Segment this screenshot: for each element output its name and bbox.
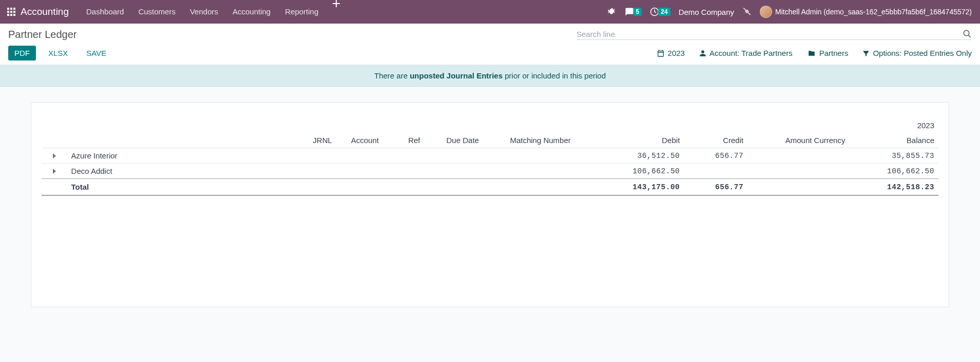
nav-item-reporting[interactable]: Reporting bbox=[278, 0, 325, 24]
total-row: Total 143,175.00 656.77 142,518.23 bbox=[42, 179, 938, 196]
partner-name: Azure Interior bbox=[67, 148, 309, 164]
nav-item-customers[interactable]: Customers bbox=[131, 0, 183, 24]
filter-account-label: Account: Trade Partners bbox=[709, 49, 793, 57]
filter-date[interactable]: 2023 bbox=[657, 49, 685, 57]
col-credit: Credit bbox=[684, 133, 747, 148]
partner-name: Deco Addict bbox=[67, 164, 309, 179]
page-title: Partner Ledger bbox=[8, 29, 76, 41]
filter-options[interactable]: Options: Posted Entries Only bbox=[862, 49, 972, 57]
banner-text-pre: There are bbox=[374, 71, 410, 80]
filter-date-label: 2023 bbox=[668, 49, 685, 57]
nav-item-vendors[interactable]: Vendors bbox=[183, 0, 225, 24]
avatar bbox=[760, 6, 772, 18]
messages-badge: 5 bbox=[633, 8, 642, 16]
total-label: Total bbox=[67, 179, 309, 196]
col-matching: Matching Number bbox=[506, 133, 607, 148]
filter-partners-label: Partners bbox=[819, 49, 849, 57]
expand-caret-icon[interactable] bbox=[53, 169, 56, 174]
banner-text-post: prior or included in this period bbox=[503, 71, 606, 80]
report-card: 2023 JRNL Account Ref Due Date Matching … bbox=[31, 102, 949, 307]
ledger-table: 2023 JRNL Account Ref Due Date Matching … bbox=[42, 118, 938, 196]
nav-item-accounting[interactable]: Accounting bbox=[225, 0, 278, 24]
cell-credit bbox=[684, 164, 747, 179]
filter-partners[interactable]: Partners bbox=[807, 49, 849, 57]
col-account: Account bbox=[347, 133, 405, 148]
debug-icon[interactable] bbox=[607, 7, 616, 16]
cell-debit: 36,512.50 bbox=[608, 148, 684, 164]
cell-debit: 106,662.50 bbox=[608, 164, 684, 179]
control-panel: Partner Ledger PDF XLSX SAVE 2023 Accoun… bbox=[0, 24, 980, 65]
save-button[interactable]: SAVE bbox=[80, 46, 112, 61]
col-balance: Balance bbox=[849, 133, 938, 148]
table-row[interactable]: Deco Addict 106,662.50 106,662.50 bbox=[42, 164, 938, 179]
total-amount-currency bbox=[747, 179, 849, 196]
app-brand[interactable]: Accounting bbox=[21, 6, 69, 17]
activities-icon[interactable]: 24 bbox=[650, 7, 670, 16]
col-jrnl: JRNL bbox=[309, 133, 347, 148]
total-credit: 656.77 bbox=[684, 179, 747, 196]
report-area: 2023 JRNL Account Ref Due Date Matching … bbox=[0, 87, 980, 323]
systray: 5 24 Demo Company Mitchell Admin (demo_s… bbox=[607, 6, 972, 18]
col-due-date: Due Date bbox=[443, 133, 506, 148]
pdf-button[interactable]: PDF bbox=[8, 46, 36, 61]
filter-options-label: Options: Posted Entries Only bbox=[873, 49, 972, 57]
cell-amount-currency bbox=[747, 148, 849, 164]
col-debit: Debit bbox=[608, 133, 684, 148]
banner-text-strong: unposted Journal Entries bbox=[410, 71, 503, 80]
filter-account[interactable]: Account: Trade Partners bbox=[699, 49, 793, 57]
tools-icon[interactable] bbox=[742, 7, 752, 16]
nav-item-dashboard[interactable]: Dashboard bbox=[79, 0, 131, 24]
user-menu[interactable]: Mitchell Admin (demo_saas-162_e5bbb7fa5b… bbox=[760, 6, 972, 18]
expand-caret-icon[interactable] bbox=[53, 153, 56, 158]
col-year: 2023 bbox=[849, 118, 938, 133]
svg-line-2 bbox=[968, 35, 971, 37]
search-input[interactable] bbox=[577, 30, 963, 38]
cell-balance: 106,662.50 bbox=[849, 164, 938, 179]
top-navbar: Accounting Dashboard Customers Vendors A… bbox=[0, 0, 980, 24]
col-ref: Ref bbox=[404, 133, 442, 148]
nav-menu: Dashboard Customers Vendors Accounting R… bbox=[79, 0, 347, 24]
activities-badge: 24 bbox=[658, 8, 670, 16]
cell-amount-currency bbox=[747, 164, 849, 179]
messages-icon[interactable]: 5 bbox=[624, 7, 642, 16]
table-row[interactable]: Azure Interior 36,512.50 656.77 35,855.7… bbox=[42, 148, 938, 164]
cell-balance: 35,855.73 bbox=[849, 148, 938, 164]
nav-new-icon[interactable] bbox=[325, 0, 347, 24]
apps-icon[interactable] bbox=[6, 7, 16, 17]
total-debit: 143,175.00 bbox=[608, 179, 684, 196]
cell-credit: 656.77 bbox=[684, 148, 747, 164]
svg-point-1 bbox=[964, 30, 969, 36]
search-bar bbox=[577, 29, 972, 40]
unposted-warning-banner[interactable]: There are unposted Journal Entries prior… bbox=[0, 65, 980, 87]
search-icon[interactable] bbox=[963, 29, 972, 38]
export-buttons: PDF XLSX SAVE bbox=[8, 46, 112, 61]
report-filters: 2023 Account: Trade Partners Partners Op… bbox=[657, 49, 972, 57]
xlsx-button[interactable]: XLSX bbox=[42, 46, 74, 61]
user-name: Mitchell Admin (demo_saas-162_e5bbb7fa5b… bbox=[775, 8, 972, 16]
total-balance: 142,518.23 bbox=[849, 179, 938, 196]
col-amount-currency: Amount Currency bbox=[747, 133, 849, 148]
company-selector[interactable]: Demo Company bbox=[679, 8, 734, 16]
